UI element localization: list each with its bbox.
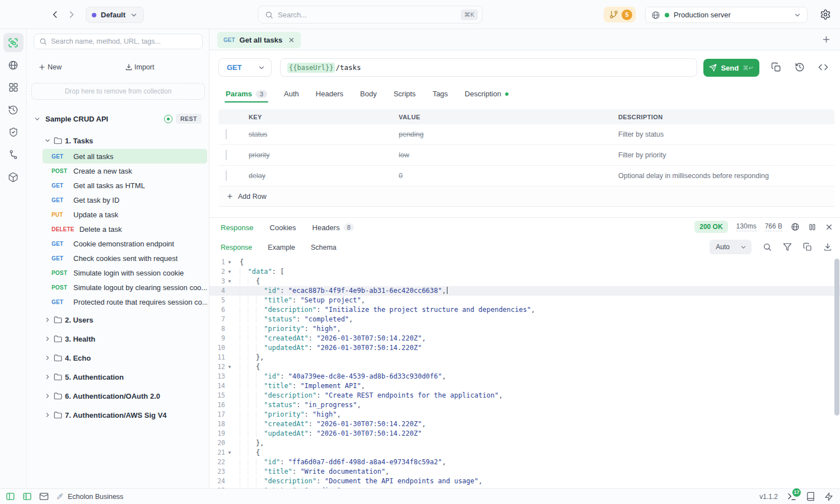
response-tab-headers[interactable]: Headers8: [312, 223, 354, 232]
close-icon[interactable]: [288, 36, 295, 44]
request-tab-tags[interactable]: Tags: [432, 85, 447, 102]
send-button[interactable]: Send ⌘↵: [703, 59, 759, 77]
rail-button-grid[interactable]: [3, 78, 24, 97]
fold-toggle-icon[interactable]: ▼: [225, 362, 234, 372]
open-request-tab[interactable]: GET Get all tasks: [217, 32, 301, 48]
sidebar-folder-item[interactable]: 4. Echo: [27, 348, 209, 367]
fold-toggle-icon[interactable]: ▼: [225, 267, 234, 277]
add-row-button[interactable]: Add Row: [218, 186, 834, 207]
import-button[interactable]: Import: [118, 60, 205, 74]
param-checkbox[interactable]: [226, 170, 227, 181]
download-response-button[interactable]: [823, 242, 832, 251]
fold-toggle-icon[interactable]: ▼: [225, 258, 234, 267]
sidebar-folder-tasks[interactable]: 1. Tasks: [27, 134, 209, 147]
app-brand[interactable]: Echolon Business: [56, 492, 123, 501]
rail-button-workflow[interactable]: [3, 145, 24, 164]
sidebar-folder-item[interactable]: 7. Authentication/AWS Sig V4: [27, 405, 209, 424]
method-select[interactable]: GET: [218, 58, 272, 77]
search-response-button[interactable]: [763, 242, 772, 251]
format-select[interactable]: Auto: [710, 240, 752, 254]
response-tab-cookies[interactable]: Cookies: [270, 223, 296, 232]
line-number: 4: [209, 286, 225, 296]
request-tab-scripts[interactable]: Scripts: [394, 85, 416, 102]
param-key[interactable]: delay: [241, 172, 391, 180]
sidebar-filter-input[interactable]: [51, 38, 197, 45]
nav-back-button[interactable]: [49, 9, 60, 20]
code-snippet-button[interactable]: [818, 62, 829, 73]
response-subtab-response[interactable]: Response: [221, 244, 252, 251]
sidebar-request-item[interactable]: GETProtected route that requires session…: [43, 295, 207, 309]
param-value[interactable]: low: [391, 151, 610, 159]
new-request-button[interactable]: New: [31, 60, 118, 74]
toggle-sidebar-button[interactable]: [6, 492, 15, 501]
response-subtab-example[interactable]: Example: [268, 244, 295, 251]
settings-button[interactable]: [820, 9, 831, 20]
connection-info-button[interactable]: [791, 222, 800, 231]
param-value[interactable]: pending: [391, 130, 610, 138]
url-input[interactable]: {{baseUrl}} /tasks: [280, 58, 697, 77]
sidebar-folder-item[interactable]: 6. Authentication/OAuth 2.0: [27, 386, 209, 405]
param-description[interactable]: Filter by status: [610, 130, 834, 138]
copy-response-button[interactable]: [803, 242, 812, 251]
request-list: GETGet all tasksPOSTCreate a new taskGET…: [27, 149, 209, 309]
param-value[interactable]: 0: [391, 172, 610, 180]
request-tab-description[interactable]: Description: [465, 85, 508, 102]
close-response-button[interactable]: [825, 223, 833, 231]
rail-button-app-logo[interactable]: [3, 33, 24, 52]
sidebar-filter[interactable]: [34, 34, 203, 49]
environment-selector[interactable]: Production server: [645, 7, 808, 23]
request-tab-body[interactable]: Body: [360, 85, 377, 102]
collection-header[interactable]: Sample CRUD API REST: [27, 112, 209, 125]
request-history-button[interactable]: [795, 62, 805, 73]
shortcuts-button[interactable]: [824, 492, 833, 501]
param-description[interactable]: Filter by priority: [610, 151, 834, 159]
sidebar-request-item[interactable]: PUTUpdate a task: [43, 207, 207, 222]
rail-button-shield-check[interactable]: [3, 123, 24, 142]
global-search-input[interactable]: [278, 11, 456, 19]
feedback-button[interactable]: [39, 492, 49, 501]
sidebar-folder-item[interactable]: 5. Authentication: [27, 367, 209, 386]
sidebar-request-item[interactable]: POSTCreate a new task: [43, 164, 207, 178]
param-checkbox[interactable]: [226, 150, 227, 160]
rail-button-package[interactable]: [3, 167, 24, 186]
param-key[interactable]: status: [241, 130, 391, 138]
rail-button-history[interactable]: [3, 100, 24, 119]
console-button[interactable]: 17: [787, 492, 797, 502]
sidebar-request-item[interactable]: DELETEDelete a task: [43, 222, 207, 236]
remove-dropzone[interactable]: Drop here to remove from collection: [31, 83, 205, 100]
sidebar-request-item[interactable]: GETGet all tasks: [43, 149, 207, 164]
request-tab-headers[interactable]: Headers: [316, 85, 343, 102]
toggle-layout-button[interactable]: [22, 492, 32, 501]
response-body-editor[interactable]: 1▼{2▼ "data": [3▼ {4 "id": "ecac887b-4f9…: [209, 258, 840, 489]
sidebar-folder-item[interactable]: 2. Users: [27, 310, 209, 329]
param-checkbox[interactable]: [226, 129, 227, 139]
scrollbar-thumb[interactable]: [834, 259, 839, 416]
filter-response-button[interactable]: [783, 242, 792, 251]
sidebar-request-item[interactable]: GETCookie demonstration endpoint: [43, 236, 207, 251]
sidebar-request-item[interactable]: GETCheck cookies sent with request: [43, 251, 207, 265]
sidebar-request-item[interactable]: GETGet all tasks as HTML: [43, 178, 207, 193]
rail-button-globe[interactable]: [3, 55, 24, 74]
workspace-selector[interactable]: Default: [86, 7, 144, 23]
param-key[interactable]: priority: [241, 151, 391, 159]
fold-spacer: [225, 305, 234, 315]
new-tab-button[interactable]: [822, 35, 831, 44]
sidebar-request-item[interactable]: POSTSimulate login with session cookie: [43, 265, 207, 280]
fold-toggle-icon[interactable]: ▼: [225, 277, 234, 286]
layout-toggle-button[interactable]: [808, 223, 816, 231]
response-subtab-schema[interactable]: Schema: [311, 244, 337, 251]
request-tab-params[interactable]: Params3: [226, 85, 267, 102]
duplicate-request-button[interactable]: [771, 62, 782, 73]
response-tab-response[interactable]: Response: [221, 223, 254, 232]
global-search[interactable]: ⌘K: [258, 6, 483, 24]
vcs-sync-button[interactable]: 5: [604, 7, 636, 22]
docs-button[interactable]: [806, 492, 815, 501]
sidebar-request-item[interactable]: POSTSimulate logout by clearing session …: [43, 280, 207, 295]
sidebar-request-item[interactable]: GETGet task by ID: [43, 193, 207, 207]
nav-forward-button[interactable]: [66, 9, 77, 20]
fold-toggle-icon[interactable]: ▼: [225, 448, 234, 458]
request-tab-auth[interactable]: Auth: [284, 85, 299, 102]
sidebar-folder-item[interactable]: 3. Health: [27, 329, 209, 348]
param-description[interactable]: Optional delay in milliseconds before re…: [610, 172, 834, 180]
fold-spacer: [225, 372, 234, 381]
